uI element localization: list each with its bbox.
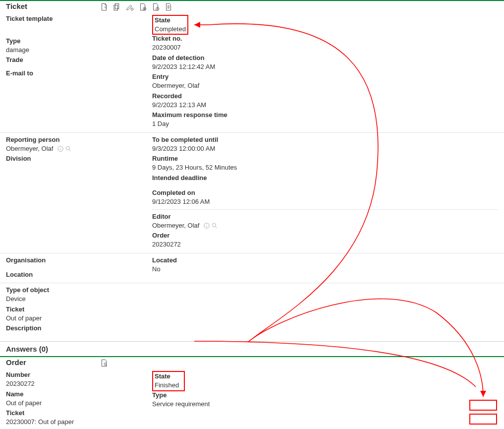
order-number-value: 20230272 (6, 379, 152, 388)
svg-rect-0 (115, 3, 119, 9)
svg-point-6 (66, 146, 69, 150)
ticketno-value: 20230007 (152, 43, 498, 52)
document-add-icon[interactable] (138, 2, 148, 12)
ticket-section-title: Ticket (0, 2, 99, 10)
svg-point-2 (131, 8, 133, 10)
maxresp-value: 1 Day (152, 120, 498, 128)
edit-icon[interactable] (125, 2, 135, 12)
completed-label: Completed on (152, 189, 498, 197)
ticket-label: Ticket (6, 306, 498, 314)
order-type-label: Type (152, 391, 498, 400)
tobe-value: 9/3/2023 12:00:00 AM (152, 144, 498, 153)
reporting-value: Obermeyer, Olaf (6, 145, 53, 152)
description-label: Description (6, 324, 498, 333)
order-label: Order (152, 232, 498, 240)
runtime-label: Runtime (152, 155, 498, 163)
order-name-value: Out of paper (6, 399, 152, 408)
order-section-title: Order (0, 358, 99, 367)
order-state-value: Finished (155, 381, 182, 390)
object-label: Type of object (6, 286, 498, 295)
ticket-value: Out of paper (6, 314, 498, 323)
state-label: State (155, 16, 186, 25)
intended-label: Intended deadline (152, 174, 498, 183)
ticket-toolbar (99, 2, 173, 12)
detection-label: Date of detection (152, 54, 498, 62)
division-label: Division (6, 155, 152, 163)
recorded-label: Recorded (152, 92, 498, 101)
document-new-icon[interactable] (99, 2, 109, 12)
state-highlight-ticket: State Completed (152, 15, 188, 35)
editor-value: Obermeyer, Olaf (152, 222, 199, 229)
type-label: Type (6, 37, 152, 46)
completed-value: 9/12/2023 12:06 AM (152, 197, 498, 206)
object-value: Device (6, 295, 498, 304)
order-ticket-value: 20230007: Out of paper (6, 418, 152, 427)
detection-value: 9/2/2023 12:12:42 AM (152, 62, 498, 71)
reporting-label: Reporting person (6, 136, 152, 144)
order-number-label: Number (6, 371, 152, 379)
answers-section-title: Answers (0) (0, 341, 504, 357)
location-label: Location (6, 271, 152, 279)
ticket-template-label: Ticket template (6, 15, 152, 23)
order-value: 20230272 (152, 240, 498, 249)
search-icon[interactable] (211, 222, 218, 229)
editor-label: Editor (152, 213, 498, 221)
organisation-label: Organisation (6, 256, 152, 265)
order-type-value: Service requirement (152, 400, 498, 409)
located-value: No (152, 265, 498, 274)
email-label: E-mail to (6, 69, 152, 78)
maxresp-label: Maximum response time (152, 111, 498, 120)
entry-value: Obermeyer, Olaf (152, 81, 498, 90)
search-icon[interactable] (65, 145, 72, 152)
document-icon[interactable] (164, 2, 173, 12)
trade-label: Trade (6, 56, 152, 64)
info-icon[interactable] (57, 145, 64, 152)
order-name-label: Name (6, 390, 152, 399)
svg-rect-1 (114, 5, 118, 10)
order-ticket-label: Ticket (6, 409, 152, 418)
ticketno-label: Ticket no. (152, 35, 498, 43)
order-state-label: State (155, 372, 182, 381)
document-search-icon[interactable] (99, 358, 109, 368)
svg-point-8 (212, 224, 216, 227)
tobe-label: To be completed until (152, 136, 498, 144)
copy-icon[interactable] (112, 2, 122, 12)
state-value: Completed (155, 25, 186, 34)
type-value: damage (6, 46, 152, 55)
document-time-icon[interactable] (151, 2, 161, 12)
info-icon[interactable] (203, 222, 210, 229)
recorded-value: 9/2/2023 12:13 AM (152, 101, 498, 110)
runtime-value: 9 Days, 23 Hours, 52 Minutes (152, 163, 498, 172)
state-highlight-order: State Finished (152, 371, 185, 391)
located-label: Located (152, 256, 498, 265)
entry-label: Entry (152, 73, 498, 81)
